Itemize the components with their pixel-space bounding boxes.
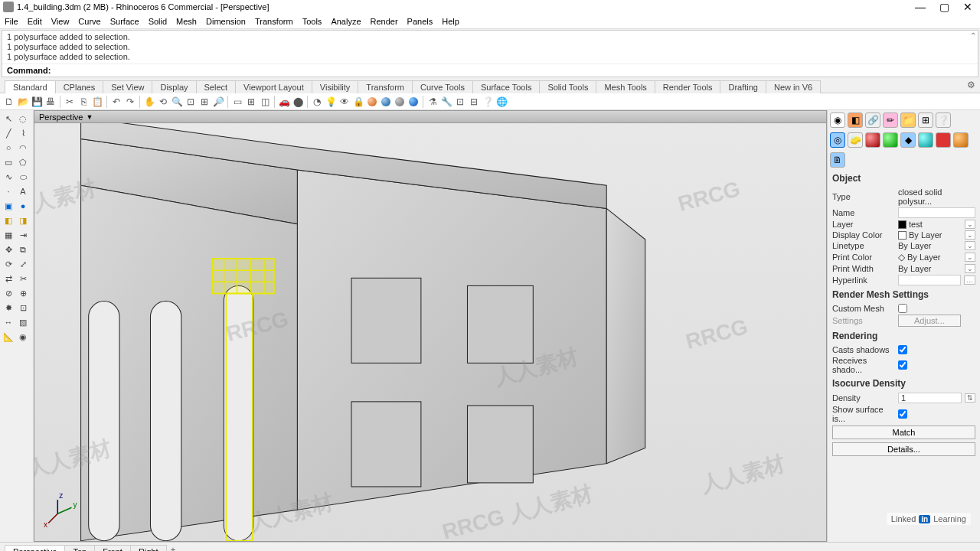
details-button[interactable]: Details... [832,442,975,456]
printwidth-dropdown-icon[interactable]: ⌄ [965,264,975,273]
tab-select[interactable]: Select [196,80,237,93]
menu-help[interactable]: Help [442,17,459,26]
ellipse-icon[interactable]: ⬭ [16,170,30,184]
menu-edit[interactable]: Edit [28,17,42,26]
explode-icon[interactable]: ✸ [2,301,15,315]
arc-icon[interactable]: ◠ [16,141,30,155]
obj-disp-icon[interactable]: ◎ [830,132,845,148]
curve-icon[interactable]: ∿ [2,170,15,184]
web-icon[interactable]: 🌐 [495,96,508,108]
extra-panel-icon[interactable]: 🗎 [830,152,845,168]
light-icon[interactable]: 💡 [325,96,337,108]
sphere3-icon[interactable] [394,96,406,108]
join-icon[interactable]: ⊕ [16,286,30,300]
properties-tab-icon[interactable]: ◉ [830,112,845,128]
minimize-button[interactable]: — [915,1,926,13]
layer-icon[interactable]: ◔ [311,96,323,108]
viewtab-front[interactable]: Front [94,545,131,551]
menu-solid[interactable]: Solid [149,17,167,26]
zoom-icon[interactable]: 🔍 [171,96,183,108]
menu-view[interactable]: View [51,17,70,26]
tab-cplanes[interactable]: CPlanes [55,80,104,93]
tab-viewport-layout[interactable]: Viewport Layout [235,80,312,93]
viewtab-perspective[interactable]: Perspective [5,545,65,551]
rotate-icon2[interactable]: ⟳ [2,257,15,271]
printcolor-value[interactable]: ◇By Layer [898,252,962,262]
tab-set-view[interactable]: Set View [103,80,152,93]
command-input[interactable] [54,66,973,75]
copy-icon2[interactable]: ⧉ [16,243,30,256]
layers-tab-icon[interactable]: ◧ [848,112,863,128]
receives-checkbox[interactable] [898,360,907,370]
help-icon[interactable]: ❔ [482,96,494,108]
scale-icon[interactable]: ⤢ [16,257,30,271]
menu-render[interactable]: Render [371,17,398,26]
sphere1-icon[interactable] [366,96,378,108]
hyperlink-value[interactable] [898,275,961,285]
adjust-button[interactable]: Adjust... [898,315,961,327]
menu-surface[interactable]: Surface [110,17,139,26]
zoom-window-icon[interactable]: ⊡ [185,96,197,108]
point-icon[interactable]: · [2,184,15,198]
tab-mesh-tools[interactable]: Mesh Tools [596,80,655,93]
properties-icon[interactable]: 🔧 [440,96,452,108]
sphere-icon[interactable]: ● [16,199,30,213]
match-button[interactable]: Match [832,425,975,439]
menu-curve[interactable]: Curve [78,17,100,26]
tab-curve-tools[interactable]: Curve Tools [412,80,473,93]
tab-new-in-v6[interactable]: New in V6 [766,80,821,93]
print-icon[interactable]: 🖶 [44,96,57,108]
render2-icon[interactable]: ◉ [16,330,30,344]
viewtab-top[interactable]: Top [64,545,95,551]
trim-icon[interactable]: ✂ [16,272,30,285]
grid-tab-icon[interactable]: ⊞ [918,112,933,128]
hide-icon[interactable]: 👁 [338,96,351,108]
sphere4-icon[interactable] [407,96,420,108]
custommesh-checkbox[interactable] [898,304,907,313]
mesh-icon[interactable]: ▦ [2,228,15,242]
hyperlink-more-icon[interactable]: … [964,276,975,285]
options-icon[interactable]: ⚗ [426,96,439,108]
pointer-icon[interactable]: ↖ [2,112,15,126]
cut-icon[interactable]: ✂ [64,96,76,108]
diamond-icon[interactable]: ◆ [900,132,916,148]
eraser2-icon[interactable]: 🧽 [848,132,863,148]
surface-icon[interactable]: ◧ [2,214,15,227]
paste-icon[interactable]: 📋 [91,96,103,108]
menu-mesh[interactable]: Mesh [176,17,197,26]
hatch-icon[interactable]: ▨ [16,315,30,329]
chevron-down-icon[interactable]: ▼ [86,113,93,121]
extra1-icon[interactable]: ⊡ [454,96,466,108]
mirror-icon[interactable]: ⇄ [2,272,15,285]
polygon-icon[interactable]: ⬠ [16,155,30,169]
tab-surface-tools[interactable]: Surface Tools [472,80,540,93]
displaycolor-dropdown-icon[interactable]: ⌄ [965,230,975,240]
polyline-icon[interactable]: ⌇ [16,126,30,140]
tab-render-tools[interactable]: Render Tools [655,80,721,93]
pan-icon[interactable]: ✋ [143,96,155,108]
eraser-tab-icon[interactable]: ✏ [883,112,898,128]
layer-value[interactable]: test [898,220,962,229]
scroll-up-icon[interactable]: ⌃ [970,31,976,41]
folder-tab-icon[interactable]: 📁 [900,112,916,128]
text-icon[interactable]: A [16,184,30,198]
copy-icon[interactable]: ⎘ [77,96,90,108]
density-value[interactable]: 1 [898,393,962,403]
menu-file[interactable]: File [5,17,18,26]
menu-tools[interactable]: Tools [302,17,322,26]
menu-dimension[interactable]: Dimension [206,17,246,26]
orange-sphere-icon[interactable] [953,132,969,148]
viewtab-right[interactable]: Right [130,545,167,551]
red-sphere-icon[interactable] [865,132,880,148]
menu-transform[interactable]: Transform [255,17,293,26]
rect-icon[interactable]: ▭ [2,155,15,169]
density-spinner-icon[interactable]: ⇅ [965,393,975,403]
zoom-selected-icon[interactable]: 🔎 [212,96,224,108]
close-button[interactable]: ✕ [963,1,972,13]
move-icon[interactable]: ✥ [2,243,15,256]
undo-icon[interactable]: ↶ [110,96,122,108]
group-icon[interactable]: ⊡ [16,301,30,315]
linetype-value[interactable]: By Layer [898,241,962,250]
cyan-sphere-icon[interactable] [918,132,933,148]
printcolor-dropdown-icon[interactable]: ⌄ [965,253,975,262]
